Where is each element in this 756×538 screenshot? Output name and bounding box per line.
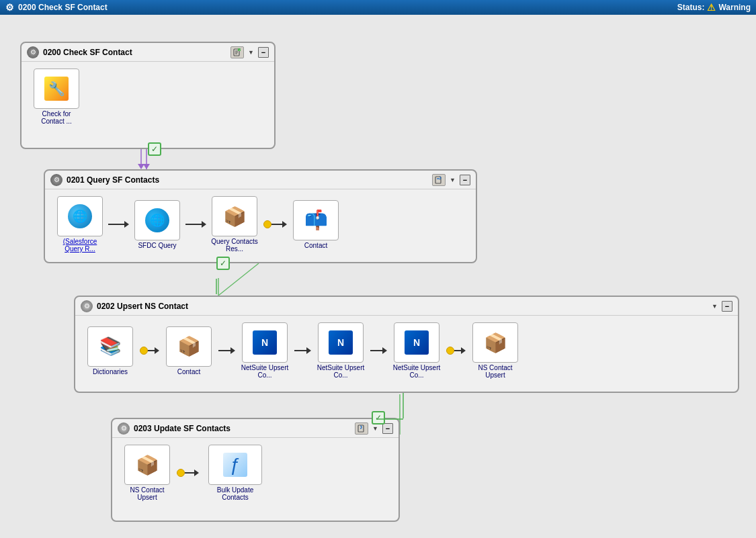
- subprocess-0202-title: 0202 Upsert NS Contact: [97, 302, 708, 311]
- subprocess-0203-edit-btn[interactable]: [355, 422, 368, 435]
- arrow-2: [185, 221, 206, 228]
- subprocess-0202-collapse[interactable]: −: [722, 301, 732, 312]
- title-bar-icon: ⚙: [5, 2, 14, 13]
- subprocess-0203-title: 0203 Update SF Contacts: [134, 424, 351, 433]
- node-netsuite-co-3-icon-wrapper: N: [394, 322, 439, 363]
- node-query-contacts-label: Query Contacts Res...: [208, 238, 261, 253]
- node-contact-2-label: Contact: [177, 368, 200, 375]
- subprocess-0202-gear: ⚙: [81, 300, 93, 312]
- subprocess-0202: ⚙ 0202 Upsert NS Contact ▼ − 📚 Dictionar…: [74, 296, 739, 393]
- check-badge-0203: ✓: [372, 411, 385, 424]
- title-bar-title: 0200 Check SF Contact: [18, 3, 108, 12]
- subprocess-0201-edit-btn[interactable]: [432, 174, 446, 186]
- subprocess-0200-title: 0200 Check SF Contact: [43, 48, 226, 57]
- node-ns-contact-upsert-2-icon-wrapper: 📦: [124, 445, 170, 485]
- node-dictionaries-icon-wrapper: 📚: [87, 326, 133, 367]
- subprocess-0203: ⚙ 0203 Update SF Contacts ▼ − 📦 NS Conta…: [111, 418, 400, 522]
- node-contact-1-icon-wrapper: 📫: [293, 200, 339, 240]
- box-icon-3: 📦: [483, 330, 507, 355]
- subprocess-0200-dropdown[interactable]: ▼: [248, 49, 254, 56]
- node-query-contacts-res[interactable]: 📦 Query Contacts Res...: [208, 196, 261, 253]
- node-ns-contact-upsert-1-label: NS Contact Upsert: [468, 364, 522, 379]
- subprocess-0202-dropdown[interactable]: ▼: [712, 303, 718, 310]
- canvas: ⚙ 0200 Check SF Contact ✓ ▼ − 🔧 Check fo…: [0, 15, 756, 538]
- node-sf-query-label: (Salesforce Query R...: [53, 238, 107, 253]
- node-contact-1-label: Contact: [304, 242, 327, 249]
- subprocess-0200-header: ⚙ 0200 Check SF Contact ✓ ▼ −: [22, 43, 274, 62]
- box-icon-2: 📦: [177, 334, 201, 359]
- node-query-contacts-icon-wrapper: 📦: [212, 196, 257, 236]
- node-contact-2-icon-wrapper: 📦: [166, 326, 212, 367]
- node-netsuite-co-2-label: NetSuite Upsert Co...: [314, 364, 368, 379]
- node-netsuite-co-3-label: NetSuite Upsert Co...: [390, 364, 444, 379]
- yellow-connector-2: [140, 347, 159, 355]
- node-netsuite-co-1-icon-wrapper: N: [242, 322, 288, 363]
- subprocess-0201-header: ⚙ 0201 Query SF Contacts ▼ −: [45, 171, 476, 189]
- status-text: Warning: [718, 3, 751, 12]
- wrench-icon: 🔧: [44, 77, 69, 101]
- netsuite-icon-1: N: [253, 330, 277, 355]
- node-netsuite-co-1-label: NetSuite Upsert Co...: [238, 364, 292, 379]
- node-netsuite-co-1[interactable]: N NetSuite Upsert Co...: [238, 322, 292, 379]
- node-dictionaries-label: Dictionaries: [93, 368, 128, 375]
- node-check-for-contact-label: Check for Contact ...: [30, 110, 83, 125]
- subprocess-0200-gear: ⚙: [27, 46, 39, 58]
- subprocess-0200-body: 🔧 Check for Contact ...: [22, 62, 274, 132]
- netsuite-icon-3: N: [405, 330, 429, 355]
- subprocess-0203-dropdown[interactable]: ▼: [372, 425, 378, 432]
- yellow-connector-1: [263, 220, 287, 228]
- node-netsuite-co-2-icon-wrapper: N: [318, 322, 364, 363]
- svg-marker-16: [138, 164, 144, 169]
- svg-marker-1: [143, 164, 150, 169]
- node-netsuite-co-2[interactable]: N NetSuite Upsert Co...: [314, 322, 368, 379]
- node-dictionaries[interactable]: 📚 Dictionaries: [83, 326, 137, 375]
- svg-rect-12: [435, 177, 441, 183]
- arrow-3: [218, 347, 235, 354]
- yellow-connector-4: [177, 469, 199, 477]
- subprocess-0201-body: 🌐 (Salesforce Query R... 🌐 SFDC Query: [45, 189, 476, 259]
- node-contact-2[interactable]: 📦 Contact: [162, 326, 216, 375]
- status-label: Status:: [677, 3, 705, 12]
- title-bar: ⚙ 0200 Check SF Contact Status: ⚠ Warnin…: [0, 0, 756, 15]
- node-bulk-update-icon-wrapper: ƒ: [208, 445, 262, 485]
- arrow-1: [108, 221, 129, 228]
- node-ns-contact-upsert-2-label: NS Contact Upsert: [120, 486, 174, 501]
- warning-icon: ⚠: [707, 2, 716, 13]
- node-check-for-contact[interactable]: 🔧 Check for Contact ...: [30, 69, 83, 125]
- node-netsuite-co-3[interactable]: N NetSuite Upsert Co...: [390, 322, 444, 379]
- svg-text:✓: ✓: [239, 48, 241, 52]
- node-sf-query-icon-wrapper: 🌐: [57, 196, 103, 236]
- check-badge-0200: ✓: [148, 142, 161, 156]
- node-ns-contact-upsert-1-icon-wrapper: 📦: [472, 322, 518, 363]
- arrow-4: [294, 347, 311, 354]
- node-sfdc-icon-wrapper: 🌐: [134, 200, 180, 240]
- node-ns-contact-upsert-2[interactable]: 📦 NS Contact Upsert: [120, 445, 174, 501]
- subprocess-0202-header: ⚙ 0202 Upsert NS Contact ▼ −: [75, 297, 738, 316]
- node-sfdc-query[interactable]: 🌐 SFDC Query: [130, 200, 184, 249]
- dict-icon: 📚: [98, 334, 122, 359]
- box-icon-4: 📦: [135, 453, 159, 477]
- node-bulk-update-contacts[interactable]: ƒ Bulk Update Contacts: [202, 445, 269, 501]
- node-check-for-contact-icon-wrapper: 🔧: [34, 69, 79, 109]
- yellow-connector-3: [446, 347, 466, 355]
- netsuite-icon-2: N: [329, 330, 353, 355]
- subprocess-0201-collapse[interactable]: −: [460, 175, 470, 185]
- box-green-icon: 📫: [304, 208, 328, 232]
- subprocess-0203-header: ⚙ 0203 Update SF Contacts ▼ −: [112, 419, 398, 438]
- arrow-5: [370, 347, 387, 354]
- subprocess-0203-gear: ⚙: [118, 422, 130, 435]
- subprocess-0201-dropdown[interactable]: ▼: [450, 177, 456, 183]
- node-ns-contact-upsert-1[interactable]: 📦 NS Contact Upsert: [468, 322, 522, 379]
- check-badge-0201: ✓: [216, 257, 230, 270]
- subprocess-0200-collapse[interactable]: −: [258, 47, 269, 58]
- node-contact-1[interactable]: 📫 Contact: [289, 200, 343, 249]
- node-sf-query-r[interactable]: 🌐 (Salesforce Query R...: [53, 196, 107, 253]
- sf-icon: 🌐: [68, 204, 92, 228]
- subprocess-0200-edit-btn[interactable]: ✓: [230, 46, 244, 58]
- subprocess-0201: ⚙ 0201 Query SF Contacts ▼ − 🌐 (Salesfor…: [44, 169, 477, 263]
- subprocess-0201-gear: ⚙: [50, 174, 62, 186]
- subprocess-0202-body: 📚 Dictionaries 📦 Contact: [75, 316, 738, 386]
- func-icon: ƒ: [223, 453, 247, 477]
- node-bulk-update-label: Bulk Update Contacts: [208, 486, 262, 501]
- subprocess-0203-body: 📦 NS Contact Upsert ƒ Bulk Update Contac…: [112, 438, 398, 508]
